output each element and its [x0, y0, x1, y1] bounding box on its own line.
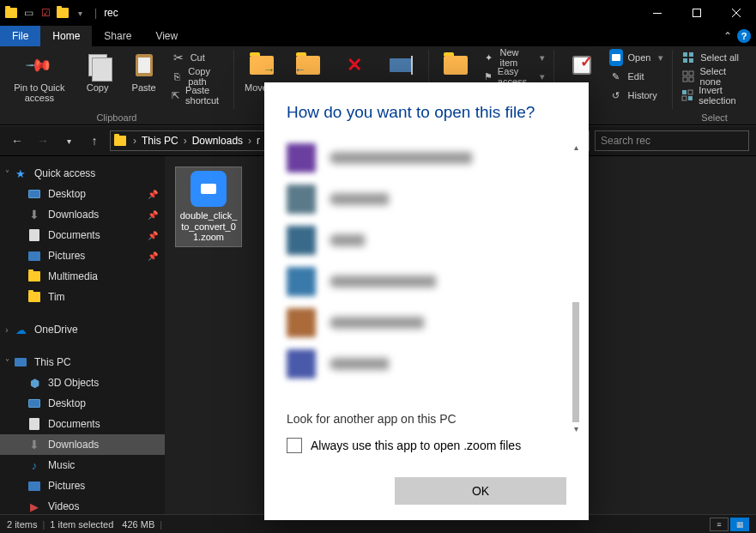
- sidebar-item-documents2[interactable]: Documents: [0, 414, 165, 434]
- paste-button[interactable]: Paste: [122, 48, 166, 96]
- ribbon-collapse-icon[interactable]: ⌃: [723, 30, 732, 42]
- details-view-button[interactable]: ≡: [710, 518, 729, 531]
- qat-checklist-icon[interactable]: ☑: [38, 5, 53, 21]
- maximize-button[interactable]: [677, 0, 717, 26]
- ok-button[interactable]: OK: [395, 477, 566, 505]
- sidebar-item-3d-objects[interactable]: ⬢3D Objects: [0, 372, 165, 393]
- app-name: [330, 193, 566, 205]
- scroll-up-icon[interactable]: ▴: [570, 141, 582, 153]
- select-group-label: Select: [678, 111, 751, 123]
- svg-rect-1: [693, 9, 701, 17]
- tab-home[interactable]: Home: [40, 26, 92, 46]
- icons-view-button[interactable]: ▦: [730, 518, 749, 531]
- select-all-button[interactable]: Select all: [678, 48, 751, 67]
- look-for-app-link[interactable]: Look for another app on this PC: [287, 412, 566, 426]
- tab-share[interactable]: Share: [92, 26, 143, 46]
- copyto-icon: [296, 56, 320, 75]
- svg-rect-10: [683, 77, 687, 82]
- search-input[interactable]: Search rec: [595, 130, 749, 151]
- file-name-label: double_click_to_convert_01.zoom: [179, 210, 238, 243]
- sidebar-item-multimedia[interactable]: Multimedia: [0, 266, 165, 287]
- history-button[interactable]: ↺History: [606, 86, 668, 105]
- expand-icon[interactable]: ›: [2, 325, 12, 335]
- scroll-thumb[interactable]: [572, 302, 579, 422]
- minimize-button[interactable]: [638, 0, 677, 26]
- edit-icon: ✎: [609, 70, 623, 83]
- sidebar-item-downloads[interactable]: ⬇Downloads📌: [0, 204, 165, 225]
- pc-icon: [14, 355, 27, 369]
- sidebar-item-videos[interactable]: ▶Videos: [0, 496, 165, 514]
- rename-icon: [390, 58, 412, 72]
- sidebar-item-music[interactable]: ♪Music: [0, 455, 165, 475]
- chevron-right-icon[interactable]: ›: [131, 135, 138, 147]
- app-name: [330, 234, 566, 246]
- copy-to-button[interactable]: [286, 48, 330, 82]
- app-name: [330, 152, 566, 164]
- new-folder-button[interactable]: [433, 48, 478, 82]
- copy-button[interactable]: Copy: [76, 48, 120, 96]
- forward-button[interactable]: →: [33, 130, 53, 151]
- delete-button[interactable]: ✕: [332, 48, 377, 82]
- copy-path-button[interactable]: ⎘Copy path: [168, 67, 228, 86]
- chevron-right-icon[interactable]: ›: [246, 135, 253, 147]
- back-button[interactable]: ←: [7, 130, 27, 151]
- app-list[interactable]: ▴ ▾: [287, 137, 566, 397]
- pin-icon: 📌: [24, 51, 54, 81]
- chevron-right-icon[interactable]: ›: [182, 135, 189, 147]
- tab-view[interactable]: View: [143, 26, 190, 46]
- titlebar-separator: |: [94, 7, 97, 19]
- tab-file[interactable]: File: [0, 26, 40, 46]
- file-item-zoom[interactable]: double_click_to_convert_01.zoom: [175, 167, 242, 247]
- edit-button[interactable]: ✎Edit: [606, 67, 668, 86]
- expand-icon[interactable]: ˅: [2, 169, 12, 179]
- app-option[interactable]: [287, 220, 566, 261]
- scroll-down-icon[interactable]: ▾: [570, 422, 582, 434]
- sidebar-item-onedrive[interactable]: ›☁OneDrive: [0, 319, 165, 340]
- folder-icon: [27, 290, 41, 304]
- zoom-file-icon: [191, 171, 227, 207]
- svg-rect-6: [683, 58, 687, 63]
- navigation-pane[interactable]: ˅★Quick access Desktop📌 ⬇Downloads📌 Docu…: [0, 156, 165, 514]
- breadcrumb-segment[interactable]: r: [253, 135, 263, 147]
- sidebar-item-this-pc[interactable]: ˅This PC: [0, 352, 165, 372]
- newitem-icon: ✦: [483, 51, 494, 64]
- expand-icon[interactable]: ˅: [2, 358, 12, 367]
- cut-button[interactable]: ✂Cut: [168, 48, 228, 67]
- clipboard-group-label: Clipboard: [5, 111, 228, 123]
- always-use-checkbox[interactable]: [287, 438, 302, 453]
- sidebar-item-pictures[interactable]: Pictures📌: [0, 245, 165, 266]
- properties-button[interactable]: [559, 48, 604, 82]
- sidebar-item-downloads2[interactable]: ⬇Downloads: [0, 434, 165, 455]
- app-option[interactable]: [287, 137, 566, 179]
- chevron-down-icon: ▾: [540, 52, 545, 64]
- sidebar-item-pictures2[interactable]: Pictures: [0, 475, 165, 496]
- svg-rect-0: [653, 13, 662, 14]
- invert-selection-button[interactable]: Invert selection: [678, 86, 751, 105]
- qat-properties-icon[interactable]: ▭: [21, 5, 36, 21]
- pin-quick-access-button[interactable]: 📌 Pin to Quick access: [5, 48, 74, 106]
- dialog-scrollbar[interactable]: ▴ ▾: [570, 141, 582, 434]
- sidebar-item-tim[interactable]: Tim: [0, 287, 165, 307]
- rename-button[interactable]: [378, 48, 423, 82]
- sidebar-item-desktop[interactable]: Desktop📌: [0, 184, 165, 204]
- app-option[interactable]: [287, 179, 566, 220]
- app-option[interactable]: [287, 302, 566, 343]
- paste-shortcut-button[interactable]: ⇱Paste shortcut: [168, 86, 228, 105]
- always-use-row[interactable]: Always use this app to open .zoom files: [287, 438, 566, 453]
- app-icon: [287, 267, 316, 296]
- qat-dropdown-icon[interactable]: ▾: [72, 5, 88, 21]
- help-icon[interactable]: ?: [737, 29, 751, 43]
- sidebar-item-quick-access[interactable]: ˅★Quick access: [0, 163, 165, 184]
- breadcrumb-segment[interactable]: Downloads: [189, 135, 246, 147]
- breadcrumb-segment[interactable]: This PC: [138, 135, 182, 147]
- up-button[interactable]: ↑: [84, 130, 105, 151]
- app-option[interactable]: [287, 343, 566, 385]
- sidebar-item-desktop2[interactable]: Desktop: [0, 393, 165, 414]
- close-button[interactable]: [717, 0, 756, 26]
- sidebar-item-documents[interactable]: Documents📌: [0, 225, 165, 245]
- new-item-button[interactable]: ✦New item▾: [480, 48, 547, 67]
- recent-locations-button[interactable]: ▾: [58, 130, 79, 151]
- open-button[interactable]: Open▾: [606, 48, 668, 67]
- app-option[interactable]: [287, 261, 566, 302]
- select-none-button[interactable]: Select none: [678, 67, 751, 86]
